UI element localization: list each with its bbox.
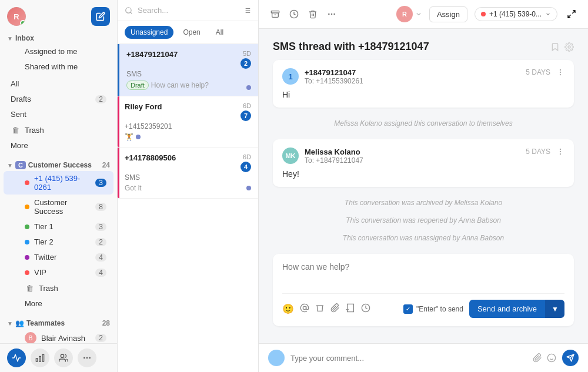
msg-sender-2: Melissa Kolano: [305, 148, 520, 156]
msg-avatar-2: MK: [282, 148, 299, 164]
tm-chevron: ▼: [7, 320, 13, 327]
more-header-icon[interactable]: [325, 7, 339, 21]
svg-point-23: [568, 46, 570, 48]
twitter-count: 4: [95, 253, 106, 262]
sidebar-item-drafts[interactable]: Drafts 2: [4, 92, 113, 106]
settings-icon[interactable]: [564, 42, 574, 52]
sidebar-item-tier2[interactable]: Tier 2 2: [4, 234, 113, 249]
conversation-list: Unassigned Open All +18479121047 5D 2 SM…: [118, 0, 259, 372]
tier2-count: 2: [95, 238, 106, 246]
analytics-icon[interactable]: [31, 348, 49, 367]
emoji-icon[interactable]: 🙂: [282, 303, 294, 314]
clock-icon[interactable]: [287, 7, 301, 21]
header-chevron-icon[interactable]: [415, 11, 422, 18]
tab-all[interactable]: All: [210, 26, 229, 39]
sidebar-item-cs[interactable]: Customer Success 8: [4, 195, 113, 219]
svg-point-26: [560, 75, 560, 75]
trash-label: Trash: [25, 126, 106, 135]
online-indicator: [20, 20, 26, 26]
delete-icon[interactable]: [315, 303, 325, 315]
twitter-label: Twitter: [34, 253, 95, 262]
sidebar-item-assigned-to-me[interactable]: Assigned to me: [4, 44, 113, 59]
sidebar-item-cs-more[interactable]: More: [4, 296, 113, 311]
inbox-section: ▼ Inbox Assigned to me Shared with me: [0, 31, 117, 74]
cs-item-count: 8: [95, 203, 106, 211]
svg-point-5: [89, 357, 90, 358]
comment-attach-icon[interactable]: [533, 353, 542, 363]
svg-rect-2: [36, 358, 38, 361]
sidebar-item-phone-1[interactable]: +1 (415) 539-0261 3: [4, 171, 113, 195]
schedule-icon[interactable]: [361, 303, 370, 315]
twitter-dot: [25, 255, 29, 260]
bookmark-icon[interactable]: [550, 42, 560, 52]
svg-rect-0: [42, 354, 44, 361]
mention-icon[interactable]: [300, 303, 309, 315]
sidebar-item-shared-with-me[interactable]: Shared with me: [4, 59, 113, 74]
search-input[interactable]: [138, 6, 238, 15]
phone-count-1: 3: [95, 179, 106, 187]
comment-emoji-icon[interactable]: [547, 353, 556, 363]
canned-icon[interactable]: [346, 303, 355, 315]
teammates-header[interactable]: ▼ 👥 Teammates 28: [0, 316, 117, 329]
sidebar-item-cs-trash[interactable]: 🗑 Trash: [4, 280, 113, 296]
more-bottom-icon[interactable]: [78, 348, 96, 367]
cs-more-label: More: [25, 299, 106, 308]
sidebar-item-trash[interactable]: 🗑 Trash: [4, 122, 113, 138]
expand-icon[interactable]: [564, 7, 579, 21]
cs-chevron: ▼: [7, 162, 13, 169]
cs-dot-3: [246, 186, 251, 190]
svg-point-20: [329, 14, 329, 14]
conv-item-3[interactable]: +14178809506 6D 4 SMS Got it: [118, 148, 258, 199]
assigned-dot-1: [246, 85, 251, 90]
tab-open[interactable]: Open: [177, 26, 206, 39]
assign-button[interactable]: Assign: [429, 6, 467, 22]
msg-to-1: To: +14155390261: [305, 77, 520, 85]
inbox-section-header[interactable]: ▼ Inbox: [0, 31, 117, 43]
message-thread: SMS thread with +18479121047 1 +18479121…: [259, 29, 588, 343]
send-dropdown-button[interactable]: ▼: [545, 300, 564, 318]
system-msg-3: This conversation was reopened by Anna B…: [273, 212, 574, 229]
tm-count: 28: [102, 319, 110, 327]
contacts-icon[interactable]: [54, 348, 73, 367]
attach-icon[interactable]: [330, 303, 340, 315]
cs-icon: C: [15, 161, 26, 169]
header-user-avatar[interactable]: R: [396, 6, 413, 22]
tier1-count: 3: [95, 223, 106, 231]
inbox-chevron: ▼: [7, 35, 13, 42]
search-bar: [118, 0, 258, 21]
send-archive-button[interactable]: Send and archive: [469, 300, 545, 318]
reply-input[interactable]: [282, 262, 564, 286]
tab-unassigned[interactable]: Unassigned: [125, 26, 173, 39]
enter-checkbox[interactable]: ✓: [403, 304, 413, 314]
comment-input[interactable]: [290, 354, 527, 363]
customer-success-header[interactable]: ▼ C Customer Success 24: [0, 157, 117, 170]
inbox-bottom-icon[interactable]: [7, 348, 26, 367]
svg-point-7: [126, 7, 131, 12]
main-header: R Assign +1 (415) 539-0...: [259, 0, 588, 29]
archive-icon[interactable]: [268, 7, 282, 21]
user-avatar[interactable]: R: [7, 7, 26, 26]
conv-sub-1: SMS: [126, 70, 251, 78]
sidebar-item-twitter[interactable]: Twitter 4: [4, 250, 113, 264]
sidebar-item-vip[interactable]: VIP 4: [4, 265, 113, 280]
reply-box: 🙂 ✓ "Enter" to s: [273, 254, 574, 326]
vip-dot: [25, 270, 29, 275]
enter-to-send-label: "Enter" to send: [416, 305, 463, 313]
comment-send-button[interactable]: [562, 350, 579, 366]
msg-menu-1[interactable]: [556, 68, 564, 76]
sidebar-item-more[interactable]: More: [4, 138, 113, 153]
conv-item-1[interactable]: +18479121047 5D 2 SMS Draft How can we h…: [118, 44, 258, 96]
sidebar-item-tier1[interactable]: Tier 1 3: [4, 219, 113, 234]
filter-icon[interactable]: [243, 6, 251, 15]
svg-point-28: [560, 151, 560, 152]
sidebar-item-sent[interactable]: Sent: [4, 107, 113, 122]
sidebar-item-blair[interactable]: B Blair Avinash 2: [4, 329, 113, 343]
header-trash-icon[interactable]: [306, 7, 320, 21]
msg-menu-2[interactable]: [556, 148, 564, 156]
sidebar-item-all[interactable]: All: [4, 76, 113, 91]
enter-to-send: ✓ "Enter" to send: [403, 304, 463, 314]
conv-item-2[interactable]: Riley Ford 6D 7 +14152359201 🏋️: [118, 96, 258, 148]
compose-button[interactable]: [91, 7, 110, 26]
reply-toolbar: 🙂 ✓ "Enter" to s: [282, 293, 564, 318]
channel-selector[interactable]: +1 (415) 539-0...: [475, 7, 557, 21]
